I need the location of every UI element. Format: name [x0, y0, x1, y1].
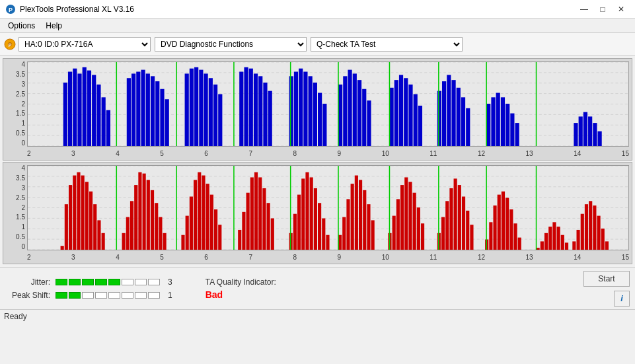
svg-rect-203 — [572, 241, 576, 250]
peak-shift-meter — [56, 292, 160, 299]
jitter-seg-4 — [95, 279, 107, 285]
menu-options[interactable]: Options — [3, 20, 40, 32]
function-select[interactable]: DVD Diagnostic Functions — [155, 37, 307, 52]
svg-rect-208 — [593, 205, 596, 250]
top-chart-svg — [28, 62, 628, 146]
svg-rect-57 — [343, 76, 347, 146]
svg-rect-29 — [151, 76, 155, 146]
status-bar: Ready — [0, 309, 635, 322]
peak-shift-label: Peak Shift: — [5, 291, 50, 300]
svg-rect-211 — [605, 241, 609, 250]
svg-rect-200 — [557, 227, 560, 250]
svg-rect-72 — [447, 75, 451, 146]
drive-select[interactable]: HA:0 ID:0 PX-716A — [19, 37, 151, 52]
y-label-3-top: 3 — [21, 81, 25, 88]
y-label-0-bot: 0 — [21, 244, 25, 250]
jitter-label: Jitter: — [5, 277, 50, 287]
svg-rect-63 — [389, 88, 393, 146]
svg-rect-108 — [61, 246, 64, 250]
svg-rect-65 — [399, 75, 403, 146]
svg-rect-135 — [202, 176, 205, 250]
svg-rect-38 — [209, 78, 213, 146]
svg-rect-116 — [93, 204, 96, 250]
close-button[interactable]: ✕ — [613, 3, 630, 16]
svg-rect-24 — [127, 78, 131, 146]
svg-rect-85 — [579, 116, 583, 146]
x-label-7-bot: 7 — [248, 254, 252, 261]
start-button[interactable]: Start — [583, 271, 630, 287]
peak-shift-value: 1 — [168, 291, 172, 300]
main-content: 4 3.5 3 2.5 2 1.5 1 0.5 0 — [0, 55, 635, 267]
svg-rect-46 — [263, 83, 267, 146]
svg-rect-66 — [404, 78, 408, 146]
svg-rect-133 — [194, 180, 197, 250]
svg-rect-188 — [493, 205, 496, 250]
svg-rect-156 — [318, 203, 321, 250]
svg-rect-196 — [541, 241, 544, 250]
svg-rect-166 — [367, 204, 370, 250]
bottom-chart-svg — [28, 166, 628, 250]
svg-rect-172 — [404, 177, 408, 250]
svg-rect-138 — [214, 209, 217, 250]
svg-rect-76 — [466, 108, 470, 146]
test-select[interactable]: Q-Check TA Test — [311, 37, 463, 52]
svg-rect-20 — [92, 75, 96, 146]
x-label-14-top: 14 — [574, 150, 581, 157]
svg-rect-165 — [363, 190, 366, 250]
svg-rect-77 — [486, 104, 490, 146]
toolbar: P HA:0 ID:0 PX-716A DVD Diagnostic Funct… — [0, 33, 635, 55]
svg-rect-197 — [544, 233, 548, 250]
ta-quality-label: TA Quality Indicator: — [205, 277, 276, 287]
svg-rect-134 — [198, 172, 201, 250]
svg-rect-15 — [68, 72, 72, 146]
svg-rect-47 — [268, 91, 272, 146]
svg-rect-125 — [147, 180, 150, 250]
peak-seg-1 — [56, 292, 67, 299]
svg-rect-143 — [250, 177, 254, 250]
maximize-button[interactable]: □ — [594, 3, 611, 16]
svg-rect-130 — [181, 235, 184, 250]
x-label-2-bot: 2 — [27, 254, 31, 261]
svg-rect-210 — [601, 229, 605, 250]
jitter-seg-7 — [135, 279, 147, 285]
svg-rect-75 — [461, 97, 465, 146]
svg-rect-113 — [81, 176, 85, 250]
svg-rect-28 — [146, 73, 150, 146]
jitter-seg-6 — [122, 279, 133, 285]
svg-rect-178 — [441, 217, 445, 250]
peak-seg-4 — [95, 292, 107, 299]
y-label-4-bot: 4 — [21, 165, 25, 172]
svg-rect-207 — [589, 201, 592, 250]
svg-rect-35 — [194, 67, 198, 146]
x-label-13-top: 13 — [526, 150, 533, 157]
svg-rect-198 — [548, 227, 552, 250]
svg-rect-148 — [271, 218, 274, 250]
svg-rect-153 — [305, 172, 309, 250]
svg-rect-84 — [574, 123, 578, 146]
svg-rect-170 — [396, 199, 400, 250]
top-chart-y-axis: 4 3.5 3 2.5 2 1.5 1 0.5 0 — [3, 61, 27, 147]
svg-rect-160 — [342, 217, 346, 250]
svg-rect-154 — [310, 177, 313, 250]
svg-rect-111 — [73, 176, 76, 250]
svg-rect-128 — [159, 217, 162, 250]
svg-rect-18 — [83, 67, 87, 146]
minimize-button[interactable]: — — [576, 3, 593, 16]
svg-rect-202 — [565, 242, 568, 250]
svg-rect-185 — [470, 225, 473, 250]
x-label-13-bot: 13 — [526, 254, 533, 261]
svg-rect-44 — [254, 73, 258, 146]
svg-rect-189 — [498, 195, 501, 250]
jitter-row: Jitter: 3 — [5, 277, 172, 287]
y-label-3-bot: 3 — [21, 185, 25, 192]
svg-rect-19 — [87, 71, 91, 146]
svg-rect-53 — [313, 83, 317, 146]
x-label-7-top: 7 — [248, 150, 252, 157]
svg-rect-88 — [593, 123, 597, 146]
info-button[interactable]: i — [614, 291, 630, 307]
peak-seg-3 — [82, 292, 94, 299]
svg-rect-25 — [131, 73, 135, 146]
menu-bar: Options Help — [0, 18, 635, 33]
svg-rect-42 — [244, 67, 248, 146]
menu-help[interactable]: Help — [40, 20, 67, 32]
